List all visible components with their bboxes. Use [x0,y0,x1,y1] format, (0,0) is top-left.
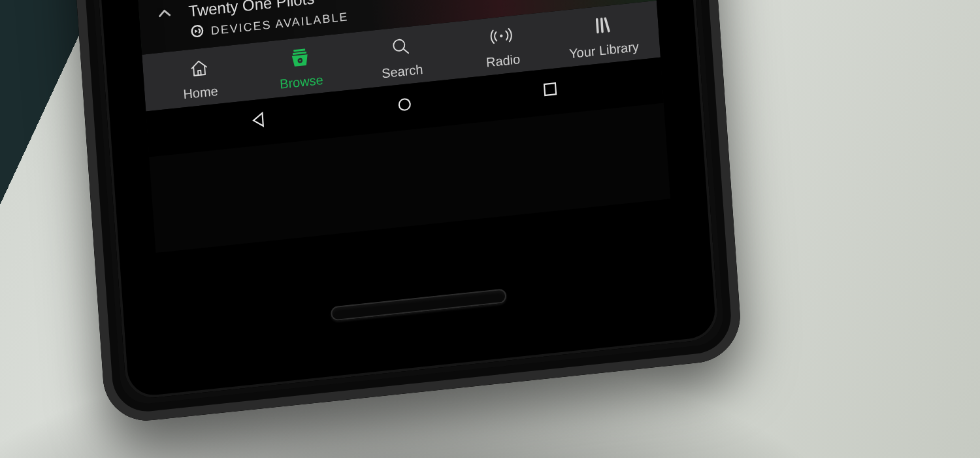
tab-search[interactable]: Search [350,29,453,84]
svg-point-11 [393,39,405,52]
phone-speaker-grill [331,288,507,321]
tab-home[interactable]: Home [148,50,252,106]
tab-radio[interactable]: Radio [450,18,554,74]
phone-device: Podcasts & Videos Discover [67,0,743,425]
svg-point-18 [399,99,410,111]
svg-line-14 [597,20,598,33]
android-back-button[interactable] [247,108,270,135]
svg-rect-19 [544,84,556,96]
browse-icon [287,44,312,71]
tab-label: Your Library [568,39,639,61]
svg-line-15 [602,19,602,32]
search-icon [389,33,412,60]
chevron-up-icon[interactable] [155,3,183,25]
home-icon [187,54,210,81]
android-home-button[interactable] [393,93,416,120]
svg-line-12 [404,49,409,54]
radio-icon [489,23,514,50]
phone-screen: Podcasts & Videos Discover [130,0,671,253]
tab-label: Radio [485,52,521,71]
tab-library[interactable]: Your Library [551,8,655,63]
phone-bezel: Podcasts & Videos Discover [91,0,719,401]
svg-point-13 [500,35,503,38]
svg-marker-17 [253,113,263,127]
tab-browse[interactable]: Browse [248,40,352,95]
svg-line-16 [606,18,610,31]
library-icon [591,12,614,39]
tab-label: Browse [279,73,323,92]
tab-label: Home [183,84,219,103]
svg-rect-8 [293,52,306,55]
android-recents-button[interactable] [538,77,562,104]
svg-rect-7 [293,49,305,52]
tab-label: Search [381,62,423,82]
speaker-icon [189,24,205,42]
